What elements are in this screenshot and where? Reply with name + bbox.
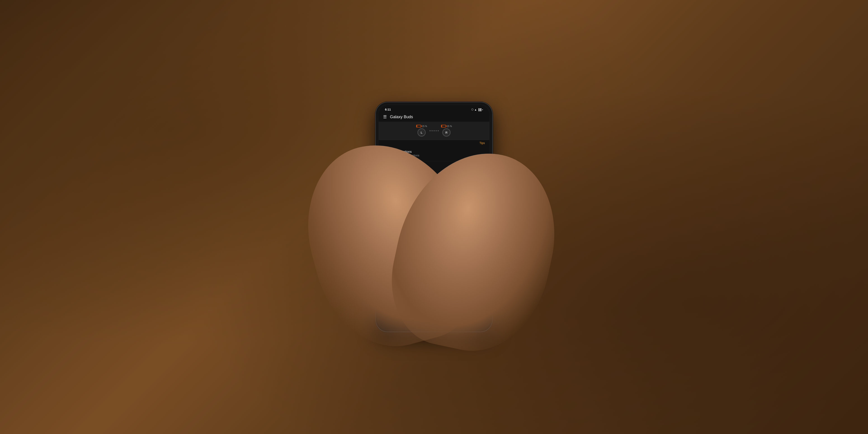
ambient-icon: 🔊 [383, 180, 391, 188]
findmy-text: Find My Earbuds [395, 197, 485, 201]
app-header: ☰ Galaxy Buds [379, 113, 489, 122]
knob-dot [434, 223, 434, 224]
right-battery: 15 % [441, 125, 452, 127]
about-galaxy-item[interactable]: ℹ About Galaxy Wearable [379, 264, 489, 276]
left-earbud: 15 % L [416, 125, 427, 136]
dot-1 [430, 130, 431, 131]
eq-section-label: Equalizer [383, 212, 485, 215]
right-earbud: 15 % R [441, 125, 452, 136]
knob-dot [432, 226, 433, 227]
knob-dot [435, 223, 436, 224]
right-battery-pct: 15 % [447, 125, 452, 127]
notifications-icon: 🔔 [383, 150, 391, 157]
knob-dot [434, 226, 434, 227]
touchpad-title: Touchpad [395, 167, 485, 170]
about-earbuds-title: About earbuds [392, 256, 413, 259]
right-battery-icon [441, 125, 446, 127]
tips-button[interactable]: Tips [479, 141, 485, 145]
dot-3 [434, 130, 435, 131]
eq-bass-label: Bass boost [412, 245, 422, 247]
findmy-title: Find My Earbuds [395, 197, 485, 201]
about-earbuds-item[interactable]: ⚙ About earbuds [379, 251, 489, 264]
knob-dot [435, 226, 436, 227]
knob-dot [432, 223, 433, 224]
about-section: ⚙ About earbuds ℹ About Galaxy Wearable [379, 250, 489, 277]
equalizer-section: Equalizer Dynamic Soft Clear [379, 209, 489, 250]
eq-soft-label: Soft [410, 232, 414, 234]
status-bar: 6:11 ⬡ ▲ ▐▐ ▪ [379, 105, 489, 113]
eq-control[interactable]: Dynamic Soft Clear Bass boost Treble boo… [409, 218, 459, 247]
knob-dot [435, 225, 436, 225]
phone-screen: 6:11 ⬡ ▲ ▐▐ ▪ ☰ Galaxy Buds [379, 105, 489, 329]
ambient-text: Ambient sound Off [395, 180, 485, 187]
right-earbud-circle: R [442, 128, 451, 136]
findmy-icon [383, 195, 391, 203]
touchpad-text: Touchpad [395, 167, 485, 170]
earbuds-section: 15 % L [379, 122, 489, 140]
signal-icon: ▐▐ [478, 108, 482, 111]
left-battery-icon [416, 125, 421, 127]
about-earbuds-icon: ⚙ [383, 255, 389, 260]
eq-treble-label: Treble boost [447, 245, 458, 247]
about-galaxy-icon: ℹ [383, 267, 389, 272]
eq-clear-label: Clear [453, 232, 458, 234]
menu-list: 🔔 Notifications Manage notifications [379, 146, 489, 209]
screen-content: 6:11 ⬡ ▲ ▐▐ ▪ ☰ Galaxy Buds [379, 105, 489, 329]
menu-item-ambient[interactable]: 🔊 Ambient sound Off [379, 176, 489, 191]
notifications-title: Notifications [395, 150, 485, 153]
ambient-subtitle: Off [395, 184, 485, 187]
dot-5 [438, 130, 439, 131]
menu-item-touchpad[interactable]: Touchpad [379, 161, 489, 176]
about-galaxy-title: About Galaxy Wearable [392, 268, 426, 272]
phone-wrapper: 6:11 ⬡ ▲ ▐▐ ▪ ☰ Galaxy Buds [375, 102, 493, 332]
svg-point-3 [386, 198, 388, 199]
ambient-title: Ambient sound [395, 180, 485, 184]
status-time: 6:11 [385, 108, 391, 111]
svg-point-2 [385, 197, 389, 201]
dot-4 [436, 130, 437, 131]
status-icons: ⬡ ▲ ▐▐ ▪ [471, 108, 483, 111]
left-battery-pct: 15 % [422, 125, 427, 127]
bluetooth-icon: ⬡ [471, 108, 473, 111]
notifications-subtitle: Manage notifications [395, 154, 485, 157]
phone-device: 6:11 ⬡ ▲ ▐▐ ▪ ☰ Galaxy Buds [375, 102, 493, 332]
wifi-icon: ▲ [474, 108, 477, 111]
knob-dot [432, 225, 433, 225]
menu-item-findmy[interactable]: Find My Earbuds [379, 191, 489, 207]
left-earbud-circle: L [417, 128, 426, 136]
touchpad-icon [383, 165, 391, 173]
menu-item-notifications[interactable]: 🔔 Notifications Manage notifications [379, 146, 489, 161]
battery-icon: ▪ [482, 108, 483, 111]
svg-point-0 [385, 167, 389, 170]
app-title: Galaxy Buds [390, 115, 413, 119]
knob-dots-grid [431, 222, 437, 228]
left-battery: 15 % [416, 125, 427, 127]
notifications-text: Notifications Manage notifications [395, 150, 485, 157]
tips-row: Tips [379, 140, 489, 146]
dots-divider [430, 130, 439, 131]
dot-2 [432, 130, 433, 131]
eq-knob[interactable] [429, 220, 439, 230]
knob-dot [434, 225, 434, 225]
hamburger-icon[interactable]: ☰ [383, 114, 387, 119]
svg-point-1 [386, 168, 388, 169]
